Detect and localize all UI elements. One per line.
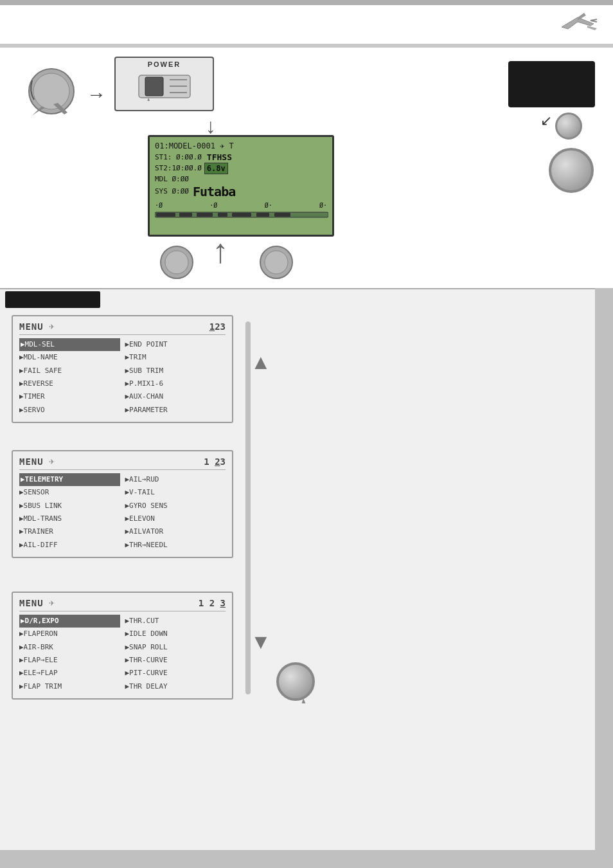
menu1-left-col: ▶MDL-SEL ▶MDL-NAME ▶FAIL SAFE ▶REVERSE ▶… bbox=[19, 338, 120, 417]
menu3-item-thr-delay[interactable]: ▶THR DELAY bbox=[125, 680, 226, 693]
lcd-line-5: SYS Ø:ØØ Futaba bbox=[155, 184, 327, 199]
menu3-item-dr-expo[interactable]: ▶D/R,EXPO bbox=[19, 615, 120, 628]
power-switch-graphic bbox=[116, 72, 213, 101]
menu3-item-air-brk[interactable]: ▶AIR-BRK bbox=[19, 641, 120, 654]
menu1-icon: ✈ bbox=[49, 323, 55, 331]
right-sidebar bbox=[595, 288, 613, 868]
svg-point-18 bbox=[165, 251, 188, 274]
menu3-item-idle-down[interactable]: ▶IDLE DOWN bbox=[125, 628, 226, 640]
section-label-bar bbox=[5, 291, 100, 308]
menu3-item-ele-flap[interactable]: ▶ELE→FLAP bbox=[19, 667, 120, 680]
menu3-item-flap-ele[interactable]: ▶FLAP→ELE bbox=[19, 654, 120, 667]
menu1-arrow-up: ▲ bbox=[251, 350, 271, 374]
menu2-item-trainer[interactable]: ▶TRAINER bbox=[19, 525, 120, 538]
bottom-bar bbox=[0, 850, 613, 868]
menu2-item-v-tail[interactable]: ▶V-TAIL bbox=[125, 486, 226, 499]
menu3-item-thr-cut[interactable]: ▶THR.CUT bbox=[125, 615, 226, 628]
menu2-item-sensor[interactable]: ▶SENSOR bbox=[19, 486, 120, 499]
knob-menu3[interactable] bbox=[276, 662, 315, 701]
menu2-item-mdl-trans[interactable]: ▶MDL-TRANS bbox=[19, 512, 120, 525]
lcd-line-1: 01:MODEL-0001 ✈ T bbox=[155, 141, 327, 152]
airplane-icon bbox=[555, 8, 600, 40]
menu1-item-pmix[interactable]: ▶P.MIX1-6 bbox=[125, 377, 226, 390]
menu1-title: MENU bbox=[19, 321, 44, 332]
menu3-item-pit-curve[interactable]: ▶PIT-CURVE bbox=[125, 667, 226, 680]
arrow-to-dial: ↙ bbox=[540, 113, 552, 129]
menu3-item-snap-roll[interactable]: ▶SNAP ROLL bbox=[125, 641, 226, 654]
menu2-pages: 1 23 bbox=[204, 457, 226, 467]
menu2-item-ail-diff[interactable]: ▶AIL-DIFF bbox=[19, 539, 120, 552]
menu3-item-flap-trim[interactable]: ▶FLAP TRIM bbox=[19, 680, 120, 693]
menu3-arrow-down: ▼ bbox=[251, 630, 271, 654]
hand-left-up bbox=[157, 243, 196, 282]
menu1-item-timer[interactable]: ▶TIMER bbox=[19, 390, 120, 403]
svg-rect-11 bbox=[179, 213, 192, 217]
menu-panel-3: MENU ✈ 1 2 3 ▶D/R,EXPO ▶FLAPERON ▶AIR-BR… bbox=[12, 592, 233, 700]
menu2-item-sbus-link[interactable]: ▶SBUS LINK bbox=[19, 500, 120, 512]
menu1-item-mdl-sel[interactable]: ▶MDL-SEL bbox=[19, 338, 120, 351]
menu3-icon: ✈ bbox=[49, 599, 55, 608]
hand-right-up bbox=[257, 243, 296, 282]
dial-top-spacer bbox=[565, 119, 571, 125]
menu2-right-col: ▶AIL→RUD ▶V-TAIL ▶GYRO SENS ▶ELEVON ▶AIL… bbox=[125, 473, 226, 552]
menu2-item-thr-needl[interactable]: ▶THR→NEEDL bbox=[125, 539, 226, 552]
svg-rect-12 bbox=[197, 213, 213, 217]
menu1-item-reverse[interactable]: ▶REVERSE bbox=[19, 377, 120, 390]
lcd-progress-bar bbox=[155, 211, 327, 219]
menu2-item-ail-rud[interactable]: ▶AIL→RUD bbox=[125, 473, 226, 486]
menu1-item-parameter[interactable]: ▶PARAMETER bbox=[125, 404, 226, 417]
menu1-pages: 123 bbox=[209, 321, 226, 332]
svg-rect-10 bbox=[156, 213, 175, 217]
menu2-item-ailvator[interactable]: ▶AILVATOR bbox=[125, 525, 226, 538]
menu2-title: MENU bbox=[19, 457, 44, 467]
power-label: POWER bbox=[116, 60, 213, 68]
menu3-title: MENU bbox=[19, 598, 44, 608]
menu1-item-servo[interactable]: ▶SERVO bbox=[19, 404, 120, 417]
menu3-item-thr-curve[interactable]: ▶THR-CURVE bbox=[125, 654, 226, 667]
dpad-control[interactable] bbox=[260, 476, 305, 521]
arrow-right-icon: → bbox=[87, 84, 106, 105]
menu2-item-elevon[interactable]: ▶ELEVON bbox=[125, 512, 226, 525]
menu3-pages: 1 2 3 bbox=[199, 598, 226, 608]
menu3-right-col: ▶THR.CUT ▶IDLE DOWN ▶SNAP ROLL ▶THR-CURV… bbox=[125, 615, 226, 693]
svg-rect-5 bbox=[145, 77, 163, 96]
hand-turn-icon bbox=[22, 64, 80, 122]
menu2-item-gyro-sens[interactable]: ▶GYRO SENS bbox=[125, 500, 226, 512]
lcd-line-4: MDL Ø:ØØ bbox=[155, 175, 327, 183]
lcd-line-6: ·Ø·ØØ·Ø· bbox=[155, 202, 327, 209]
menu1-item-mdl-name[interactable]: ▶MDL-NAME bbox=[19, 351, 120, 364]
menu1-item-sub-trim[interactable]: ▶SUB TRIM bbox=[125, 365, 226, 377]
black-display-rect bbox=[508, 61, 595, 107]
svg-point-3 bbox=[33, 73, 69, 109]
menu2-left-col: ▶TELEMETRY ▶SENSOR ▶SBUS LINK ▶MDL-TRANS… bbox=[19, 473, 120, 552]
svg-rect-15 bbox=[256, 213, 269, 217]
svg-point-20 bbox=[265, 251, 288, 274]
menu1-item-trim[interactable]: ▶TRIM bbox=[125, 351, 226, 364]
lcd-line-2: ST1: Ø:ØØ.Ø TFHSS bbox=[155, 152, 327, 162]
svg-rect-14 bbox=[232, 213, 251, 217]
vertical-indicator-bar bbox=[245, 321, 251, 694]
menu-panel-2: MENU ✈ 1 23 ▶TELEMETRY ▶SENSOR ▶SBUS LIN… bbox=[12, 450, 233, 558]
menu3-left-col: ▶D/R,EXPO ▶FLAPERON ▶AIR-BRK ▶FLAP→ELE ▶… bbox=[19, 615, 120, 693]
top-divider bbox=[0, 44, 613, 48]
up-arrow-indicator: ↑ bbox=[212, 231, 229, 270]
lcd-line-3: ST2:1Ø:ØØ.Ø 6.8v bbox=[155, 163, 327, 174]
menu1-item-fail-safe[interactable]: ▶FAIL SAFE bbox=[19, 365, 120, 377]
dial-top-small bbox=[555, 113, 582, 140]
svg-rect-13 bbox=[218, 213, 227, 217]
lcd-screen: 01:MODEL-0001 ✈ T ST1: Ø:ØØ.Ø TFHSS ST2:… bbox=[148, 135, 334, 237]
menu1-item-end-point[interactable]: ▶END POINT bbox=[125, 338, 226, 351]
power-box: POWER bbox=[114, 57, 214, 111]
menu2-item-telemetry[interactable]: ▶TELEMETRY bbox=[19, 473, 120, 486]
menu1-right-col: ▶END POINT ▶TRIM ▶SUB TRIM ▶P.MIX1-6 ▶AU… bbox=[125, 338, 226, 417]
dial-top-large bbox=[549, 148, 594, 193]
svg-line-1 bbox=[591, 21, 597, 22]
svg-rect-16 bbox=[274, 213, 290, 217]
menu1-item-aux-chan[interactable]: ▶AUX-CHAN bbox=[125, 390, 226, 403]
menu-panel-1: MENU ✈ 123 ▶MDL-SEL ▶MDL-NAME ▶FAIL SAFE… bbox=[12, 315, 233, 423]
menu2-icon: ✈ bbox=[49, 458, 55, 466]
top-bar bbox=[0, 0, 613, 5]
menu3-item-flaperon[interactable]: ▶FLAPERON bbox=[19, 628, 120, 640]
